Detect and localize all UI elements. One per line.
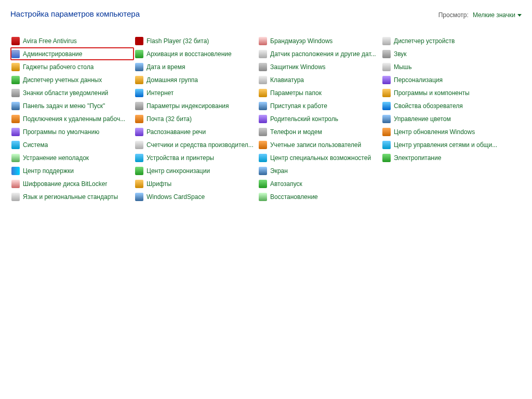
item-label: Avira Free Antivirus (23, 37, 77, 45)
control-panel-item[interactable]: Защитник Windows (258, 60, 381, 73)
item-label: Счетчики и средства производител... (147, 141, 254, 149)
ic10-icon (11, 154, 20, 162)
control-panel-item[interactable]: Шрифты (134, 177, 258, 190)
chevron-down-icon (517, 14, 522, 17)
control-panel-item[interactable]: Домашняя группа (134, 73, 258, 86)
control-panel-item[interactable]: Центр специальных возможностей (258, 151, 381, 164)
control-panel-item[interactable]: Программы и компоненты (381, 86, 505, 99)
item-label: Автозапуск (270, 180, 302, 188)
control-panel-item[interactable]: Значки области уведомлений (10, 86, 134, 99)
item-label: Программы по умолчанию (23, 128, 99, 136)
item-label: Персонализация (394, 76, 443, 84)
ic3-icon (382, 89, 391, 97)
item-label: Устройства и принтеры (147, 154, 214, 162)
ic7-icon (135, 115, 143, 123)
item-label: Шрифты (147, 180, 171, 188)
control-panel-item[interactable]: Диспетчер учетных данных (10, 73, 134, 86)
control-panel-item[interactable]: Параметры индексирования (134, 99, 258, 112)
item-label: Телефон и модем (270, 128, 322, 136)
header: Настройка параметров компьютера Просмотр… (0, 0, 532, 19)
ic7-icon (259, 141, 267, 149)
control-panel-item[interactable]: Центр обновления Windows (381, 125, 505, 138)
control-panel-item[interactable]: Диспетчер устройств (381, 34, 505, 47)
control-panel-item[interactable]: Устранение неполадок (10, 151, 134, 164)
ic9-icon (135, 154, 143, 162)
control-panel-item[interactable]: Почта (32 бита) (134, 112, 258, 125)
ic11-icon (259, 37, 267, 45)
view-selector: Просмотр: Мелкие значки (438, 9, 522, 19)
ic4-icon (382, 154, 391, 162)
item-label: Диспетчер учетных данных (23, 76, 102, 84)
control-panel-item[interactable]: Звук (381, 47, 505, 60)
ie-icon (382, 102, 391, 110)
control-panel-item[interactable]: Датчик расположения и другие дат... (258, 47, 381, 60)
control-panel-item[interactable]: Телефон и модем (258, 125, 381, 138)
control-panel-item[interactable]: Шифрование диска BitLocker (10, 177, 134, 190)
ic9-icon (11, 141, 20, 149)
control-panel-item[interactable]: Электропитание (381, 151, 505, 164)
ic3-icon (135, 76, 143, 84)
control-panel-item[interactable]: Архивация и восстановление (134, 47, 258, 60)
control-panel-item[interactable]: Программы по умолчанию (10, 125, 134, 138)
ic8-icon (135, 128, 143, 136)
control-panel-item[interactable]: Устройства и принтеры (134, 151, 258, 164)
control-panel-item[interactable]: Подключения к удаленным рабоч... (10, 112, 134, 125)
view-value-text: Мелкие значки (473, 11, 515, 19)
view-dropdown[interactable]: Мелкие значки (473, 11, 522, 19)
control-panel-item[interactable]: Центр поддержки (10, 164, 134, 177)
ic6-icon (259, 102, 267, 110)
ic9-icon (382, 141, 391, 149)
control-panel-item[interactable]: Учетные записи пользователей (258, 138, 381, 151)
control-panel-item[interactable]: Автозапуск (258, 177, 381, 190)
item-label: Центр обновления Windows (394, 128, 475, 136)
control-panel-item[interactable]: Свойства обозревателя (381, 99, 505, 112)
control-panel-item[interactable]: Счетчики и средства производител... (134, 138, 258, 151)
ic2-icon (11, 50, 20, 58)
control-panel-item[interactable]: Avira Free Antivirus (10, 34, 134, 47)
view-label: Просмотр: (438, 11, 469, 19)
control-panel-item[interactable]: Приступая к работе (258, 99, 381, 112)
control-panel-item[interactable]: Брандмауэр Windows (258, 34, 381, 47)
control-panel-item[interactable]: Язык и региональные стандарты (10, 190, 134, 203)
item-label: Система (23, 141, 48, 149)
ic3-icon (135, 180, 143, 188)
control-panel-item[interactable]: Flash Player (32 бита) (134, 34, 258, 47)
ic5-icon (382, 50, 391, 58)
item-label: Программы и компоненты (394, 89, 470, 97)
ic4-icon (135, 167, 143, 175)
ic5-icon (11, 89, 20, 97)
control-panel-item[interactable]: Гаджеты рабочего стола (10, 60, 134, 73)
item-label: Windows CardSpace (147, 193, 205, 201)
control-panel-item[interactable]: Дата и время (134, 60, 258, 73)
control-panel-item[interactable]: Родительский контроль (258, 112, 381, 125)
item-label: Звук (394, 50, 407, 58)
page-title: Настройка параметров компьютера (10, 9, 140, 18)
ic6-icon (259, 167, 267, 175)
control-panel-item[interactable]: Восстановление (258, 190, 381, 203)
control-panel-item[interactable]: Клавиатура (258, 73, 381, 86)
control-panel-item[interactable]: Распознавание речи (134, 125, 258, 138)
control-panel-item[interactable]: Панель задач и меню "Пуск" (10, 99, 134, 112)
control-panel-item[interactable]: Мышь (381, 60, 505, 73)
ic12-icon (382, 63, 391, 71)
item-label: Приступая к работе (270, 102, 327, 110)
item-label: Язык и региональные стандарты (23, 193, 118, 201)
item-label: Центр поддержки (23, 167, 74, 175)
ic12-icon (259, 50, 267, 58)
control-panel-item[interactable]: Персонализация (381, 73, 505, 86)
item-label: Flash Player (32 бита) (147, 37, 209, 45)
control-panel-item[interactable]: Управление цветом (381, 112, 505, 125)
control-panel-item[interactable]: Windows CardSpace (134, 190, 258, 203)
control-panel-item[interactable]: Экран (258, 164, 381, 177)
control-panel-item[interactable]: Центр управления сетями и общи... (381, 138, 505, 151)
item-label: Восстановление (270, 193, 318, 201)
control-panel-item[interactable]: Интернет (134, 86, 258, 99)
control-panel-item[interactable]: Система (10, 138, 134, 151)
item-label: Домашняя группа (147, 76, 198, 84)
control-panel-item[interactable]: Администрирование (10, 47, 134, 60)
ic6-icon (382, 115, 391, 123)
item-label: Управление цветом (394, 115, 451, 123)
control-panel-item[interactable]: Центр синхронизации (134, 164, 258, 177)
ic8-icon (382, 76, 391, 84)
control-panel-item[interactable]: Параметры папок (258, 86, 381, 99)
